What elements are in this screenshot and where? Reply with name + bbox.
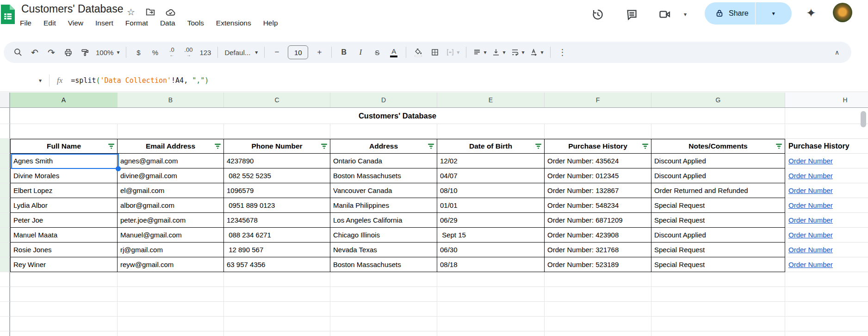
more-formats-button[interactable]: 123 [197, 44, 213, 60]
row-header[interactable] [0, 228, 10, 243]
cell[interactable] [545, 287, 651, 302]
cell[interactable] [330, 302, 437, 317]
order-number-link[interactable]: Order Number [788, 246, 833, 254]
cell[interactable] [10, 287, 118, 302]
filter-icon[interactable] [214, 143, 221, 149]
cell-order-link[interactable]: Order Number [785, 213, 868, 228]
cell-notes[interactable]: Special Request [651, 198, 785, 213]
cell[interactable] [651, 317, 785, 331]
cell-address[interactable]: Manila Philippines [330, 198, 437, 213]
filter-icon[interactable] [321, 143, 328, 149]
column-header-B[interactable]: B [118, 93, 224, 107]
cell[interactable] [224, 302, 330, 317]
text-rotation-button[interactable]: ▾ [527, 44, 546, 60]
cell-purchase-history[interactable]: Order Number: 423908 [545, 228, 651, 243]
menu-file[interactable]: File [14, 17, 37, 30]
cell-phone[interactable]: 12 890 567 [224, 243, 330, 257]
cell[interactable] [224, 331, 330, 336]
redo-button[interactable]: ↷ [43, 44, 59, 60]
cell-full-name[interactable]: Lydia Albor [10, 198, 118, 213]
filter-icon[interactable] [428, 143, 434, 149]
order-number-link[interactable]: Order Number [788, 231, 833, 239]
menu-extensions[interactable]: Extensions [210, 17, 257, 30]
filter-icon[interactable] [775, 143, 782, 149]
cell[interactable] [10, 124, 118, 139]
table-header-cell-dob[interactable]: Date of Birth [437, 139, 545, 154]
increase-font-size-button[interactable]: + [311, 44, 327, 60]
cell[interactable] [545, 331, 651, 336]
menu-tools[interactable]: Tools [181, 17, 210, 30]
cell-purchase-history[interactable]: Order Number: 321768 [545, 243, 651, 257]
cell-address[interactable]: Nevada Texas [330, 243, 437, 257]
row-header[interactable] [0, 124, 10, 139]
column-header-G[interactable]: G [651, 93, 785, 107]
cell-address[interactable]: Los Angeles California [330, 213, 437, 228]
row-header[interactable] [0, 331, 10, 336]
text-color-button[interactable]: A [386, 44, 402, 60]
column-header-F[interactable]: F [545, 93, 651, 107]
column-header-C[interactable]: C [224, 93, 330, 107]
cell-phone[interactable]: 082 552 5235 [224, 168, 330, 183]
cell[interactable] [437, 287, 545, 302]
cell[interactable] [118, 272, 224, 287]
table-header-cell-notes[interactable]: Notes/Comments [651, 139, 785, 154]
cell-address[interactable]: Vancouver Canada [330, 183, 437, 198]
search-menus-button[interactable] [10, 44, 26, 60]
cell-notes[interactable]: Discount Applied [651, 228, 785, 243]
row-header[interactable] [0, 257, 10, 272]
cell[interactable] [785, 317, 868, 331]
formula-input[interactable]: =split('Data Collection'!A4, ",") [71, 76, 209, 85]
filter-icon[interactable] [642, 143, 649, 149]
cell-dob[interactable]: 08/10 [437, 183, 545, 198]
menu-help[interactable]: Help [257, 17, 284, 30]
cell-notes[interactable]: Special Request [651, 243, 785, 257]
cell-full-name[interactable]: Peter Joe [10, 213, 118, 228]
format-currency-button[interactable]: $ [130, 44, 146, 60]
account-avatar[interactable] [833, 3, 852, 22]
order-number-link[interactable]: Order Number [788, 261, 833, 268]
cell-full-name[interactable]: Agnes Smith [10, 154, 118, 168]
cell[interactable] [651, 287, 785, 302]
text-wrap-button[interactable]: ▾ [508, 44, 527, 60]
cell[interactable] [330, 124, 437, 139]
cell[interactable] [10, 317, 118, 331]
cell-dob[interactable]: 06/29 [437, 213, 545, 228]
cell[interactable] [330, 272, 437, 287]
cell-address[interactable]: Boston Massachusets [330, 257, 437, 272]
menu-data[interactable]: Data [154, 17, 181, 30]
cell-order-link[interactable]: Order Number [785, 243, 868, 257]
comments-icon[interactable] [624, 6, 639, 22]
cell-phone[interactable]: 12345678 [224, 213, 330, 228]
cell-phone[interactable]: 0951 889 0123 [224, 198, 330, 213]
cell-order-link[interactable]: Order Number [785, 257, 868, 272]
overflow-column-header[interactable]: Purchase History [785, 139, 868, 154]
cell-phone[interactable]: 088 234 6271 [224, 228, 330, 243]
bold-button[interactable]: B [336, 44, 352, 60]
row-header[interactable] [0, 243, 10, 257]
cell-order-link[interactable]: Order Number [785, 154, 868, 168]
cell-notes[interactable]: Order Returned and Refunded [651, 183, 785, 198]
document-title[interactable]: Customers' Database [21, 3, 123, 15]
cell-dob[interactable]: 12/02 [437, 154, 545, 168]
gemini-sparkle-icon[interactable]: ✦ [806, 6, 816, 20]
cell-email[interactable]: divine@gmail.com [118, 168, 224, 183]
row-header[interactable] [0, 287, 10, 302]
fill-handle[interactable] [116, 166, 121, 171]
fill-color-button[interactable] [410, 44, 426, 60]
menu-format[interactable]: Format [119, 17, 154, 30]
cell[interactable] [437, 317, 545, 331]
font-size-field[interactable]: 10 [285, 44, 310, 60]
horizontal-align-button[interactable]: ▾ [471, 44, 489, 60]
order-number-link[interactable]: Order Number [788, 187, 833, 194]
format-percent-button[interactable]: % [147, 44, 163, 60]
cell[interactable] [437, 272, 545, 287]
cell-notes[interactable]: Discount Applied [651, 168, 785, 183]
cell[interactable] [437, 124, 545, 139]
cell-phone[interactable]: 4237890 [224, 154, 330, 168]
cell-full-name[interactable]: Rosie Jones [10, 243, 118, 257]
filter-icon[interactable] [108, 143, 115, 149]
order-number-link[interactable]: Order Number [788, 201, 833, 209]
row-header[interactable] [0, 168, 10, 183]
italic-button[interactable]: I [353, 44, 368, 60]
cell[interactable] [10, 272, 118, 287]
